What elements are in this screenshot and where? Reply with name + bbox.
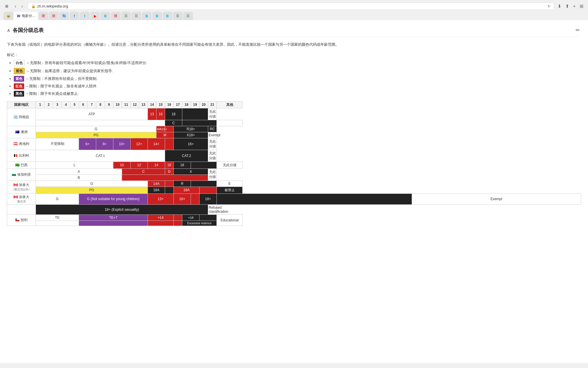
country-canada-quebec: 🇨🇦加拿大 魁北克 — [7, 193, 36, 204]
tab-bilibili4[interactable]: B — [163, 12, 172, 20]
header-10: 10 — [113, 101, 122, 108]
tab-favicon: 豆 — [124, 14, 128, 18]
tab-weibo3[interactable]: 微 — [111, 12, 121, 20]
header-20: 20 — [200, 101, 208, 108]
tab-zhihu[interactable]: 知 — [59, 12, 69, 20]
country-canada-sub: （魁北克以外） — [8, 187, 35, 191]
forward-button[interactable]: › — [19, 3, 25, 10]
cell-chile-blank — [174, 214, 182, 221]
cell-australia-r18: R18+ — [174, 126, 208, 132]
country-canada-quebec-2 — [7, 204, 36, 214]
cell-bulgaria-c: C — [122, 168, 165, 175]
cell-canada-18a: 18A — [148, 187, 165, 193]
tab-favicon: B — [165, 14, 169, 18]
tab-douban1[interactable]: 豆 — [121, 12, 131, 20]
cell-austria-12: 12+ — [131, 138, 148, 150]
cell-quebec-18: 18+ — [200, 193, 217, 204]
cell-austria-8: 8+ — [96, 138, 113, 150]
cell-chile-te7-2 — [79, 221, 148, 226]
cell-australia-pg: PG — [36, 132, 156, 138]
country-canada-except: 🇨🇦加拿大 （魁北克以外） — [7, 181, 36, 193]
tab-wikipedia[interactable]: W 电影分... — [14, 12, 38, 20]
table-row-australia-2: PG M X18+ Exempt — [7, 132, 581, 138]
tab-douban3[interactable]: 豆 — [173, 12, 183, 20]
header-11: 11 — [122, 101, 131, 108]
flag-bulgaria: 🇧🇬 — [12, 172, 16, 177]
badge-black: 黑色 — [14, 91, 24, 97]
back-button[interactable]: ‹ — [12, 3, 18, 10]
cell-argentina-13: 13 — [148, 108, 156, 120]
cell-chile-18-2 — [200, 214, 217, 221]
tab-twitter[interactable]: t — [80, 12, 90, 20]
flag-belgium: 🇧🇪 — [13, 154, 18, 158]
table-row-bulgaria-2: B — [7, 175, 581, 181]
header-3: 3 — [53, 101, 62, 108]
cell-quebec-18-explicit: 18+ (Explicit sexuality) — [36, 204, 208, 214]
address-bar[interactable]: 🔒 zh.m.wikipedia.org ↻ — [28, 3, 554, 10]
tab-douban2[interactable]: 豆 — [131, 12, 141, 20]
tab-favicon: 微 — [41, 14, 45, 18]
tab-weibo2[interactable]: 微 — [49, 12, 59, 20]
cell-bulgaria-d: D — [165, 168, 174, 175]
tab-bilibili3[interactable]: B — [152, 12, 162, 20]
new-tab-button[interactable]: + — [572, 3, 577, 10]
cell-quebec-g: G — [36, 193, 79, 204]
tab-favicon: B — [155, 14, 159, 18]
table-row-canada-quebec-2: 18+ (Explicit sexuality) Refused classif… — [7, 204, 581, 214]
tab-bilibili1[interactable]: B — [100, 12, 110, 20]
cell-brazil-12: 12 — [131, 162, 148, 168]
legend-item-red: 红色 – 限制：限于年长观众，除非有成年人陪伴. — [14, 83, 581, 89]
header-1: 1 — [36, 101, 45, 108]
cell-quebec-refused: Refused classification — [208, 204, 217, 214]
cell-austria-10: 10+ — [113, 138, 131, 150]
tab-favicon: 🐱 — [6, 14, 10, 18]
cell-austria-14: 14+ — [148, 138, 165, 150]
cell-chile-blank2 — [174, 221, 182, 226]
cell-bulgaria-blank — [122, 175, 208, 181]
cell-quebec-18-2 — [217, 193, 412, 204]
cell-chile-14-2 — [148, 221, 174, 226]
cell-australia-m: M — [156, 132, 174, 138]
tab-weibo1[interactable]: 微 — [38, 12, 48, 20]
cell-bulgaria-other: 无此分级 — [208, 168, 217, 181]
tabs-button[interactable]: ⊞ — [579, 2, 585, 10]
download-button[interactable]: ⬇ — [556, 2, 562, 10]
country-chile: 🇨🇱智利 — [7, 214, 36, 226]
table-row-argentina: 🇦🇷阿根廷 ATP 13 16 18 无此分级 — [7, 108, 581, 120]
cell-chile-te2 — [36, 221, 79, 226]
cell-chile-te7: TE+7 — [79, 214, 148, 221]
collapse-button[interactable]: ∧ — [7, 28, 10, 33]
country-austria: 🇦🇹奥地利 — [7, 138, 36, 150]
tab-bilibili2[interactable]: B — [142, 12, 152, 20]
cell-australia-ma15: MA15+ — [156, 126, 165, 132]
tab-youtube[interactable]: ▶ — [90, 12, 100, 20]
nav-buttons: ‹ › — [12, 3, 25, 10]
sidebar-toggle[interactable]: ⊞ — [3, 3, 10, 9]
page-description: 下表为各国（或地区）的电影评分系统的对比（横轴为年龄）。但请注意，分配分类所使用… — [7, 42, 581, 48]
tab-facebook[interactable]: f — [69, 12, 79, 20]
legend-text-red: – 限制：限于年长观众，除非有成年人陪伴. — [26, 84, 98, 88]
cell-brazil-10: 10 — [113, 162, 131, 168]
cell-quebec-g-not-suitable: G (Not suitable for young children) — [79, 193, 148, 204]
flag-chile: 🇨🇱 — [15, 218, 20, 222]
legend-item-black: 黑色 – 限制：限于年长观众或被禁止. — [14, 91, 581, 97]
tab-douban4[interactable]: 豆 — [183, 12, 193, 20]
country-belgium: 🇧🇪比利时 — [7, 150, 36, 162]
browser-actions: ⬇ ⬆ + ⊞ — [556, 2, 585, 10]
flag-austria: 🇦🇹 — [13, 142, 18, 146]
page-title-row: ∧ 各国分级总表 — [7, 27, 44, 34]
cell-canada-g: G — [36, 181, 148, 187]
table-row-canada-1: 🇨🇦加拿大 （魁北克以外） G 14A R E — [7, 181, 581, 187]
edit-button[interactable]: ✏ — [575, 26, 581, 34]
cell-belgium-other: 无此分级 — [208, 150, 217, 162]
share-button[interactable]: ⬆ — [564, 2, 570, 10]
cell-bulgaria-a: A — [36, 168, 122, 175]
cell-canada-18a-blank — [165, 187, 174, 193]
cell-argentina-18: 18 — [165, 108, 182, 120]
header-19: 19 — [191, 101, 200, 108]
cell-argentina-c2 — [182, 120, 217, 126]
tab-emoji[interactable]: 🐱 — [3, 12, 13, 20]
tab-favicon: 豆 — [176, 14, 180, 18]
tab-favicon: 微 — [52, 14, 56, 18]
cell-argentina-blank — [36, 120, 165, 126]
